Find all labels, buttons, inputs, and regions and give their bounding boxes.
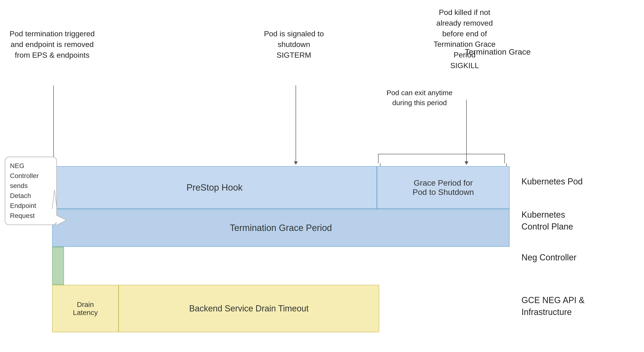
pod-killed-annotation: Pod killed if notalready removedbefore e… <box>415 7 514 71</box>
pod-can-exit-annotation: Pod can exit anytimeduring this period <box>374 88 464 108</box>
pod-exit-bracket-line <box>378 154 505 154</box>
pod-termination-annotation: Pod termination triggeredand endpoint is… <box>7 29 97 60</box>
kubernetes-control-label: KubernetesControl Plane <box>522 209 573 233</box>
neg-controller-bar <box>52 247 64 285</box>
gce-neg-label: GCE NEG API &Infrastructure <box>522 294 584 318</box>
callout-tail-svg <box>54 190 83 218</box>
prestop-hook-bar: PreStop Hook <box>52 166 377 209</box>
pod-exit-left-tick <box>378 154 378 163</box>
neg-controller-label: Neg Controller <box>522 252 576 263</box>
backend-drain-bar: Backend Service Drain Timeout <box>118 285 379 332</box>
termination-grace-period-bar: Termination Grace Period <box>52 209 510 247</box>
svg-line-1 <box>54 190 57 209</box>
pod-signaled-arrow <box>294 85 298 165</box>
drain-latency-bar: DrainLatency <box>52 285 118 332</box>
pod-killed-arrow <box>464 100 468 165</box>
pod-termination-arrow <box>52 85 56 165</box>
pod-signaled-annotation: Pod is signaled toshutdownSIGTERM <box>256 29 332 60</box>
grace-period-bar: Grace Period forPod to Shutdown <box>377 166 510 209</box>
pod-exit-right-tick <box>504 154 505 163</box>
diagram: Pod termination triggeredand endpoint is… <box>0 0 644 352</box>
termination-grace-top-label: Termination Grace <box>446 46 550 58</box>
neg-callout: NEGControllersendsDetachEndpointRequest <box>5 157 57 225</box>
kubernetes-pod-label: Kubernetes Pod <box>522 176 582 188</box>
